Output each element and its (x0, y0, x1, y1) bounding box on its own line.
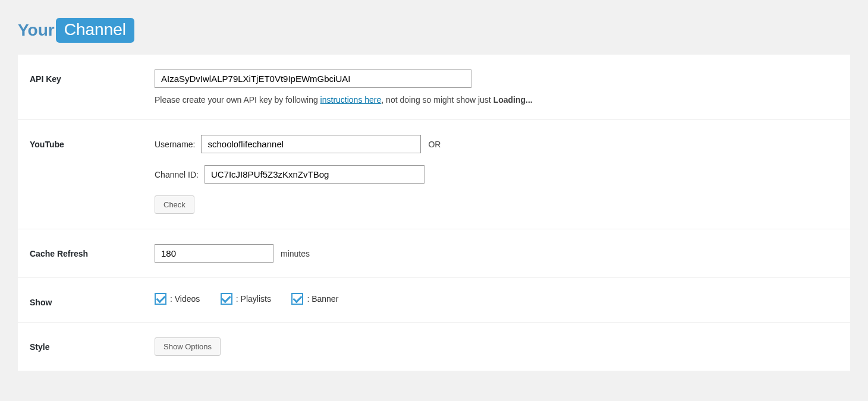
style-label: Style (30, 337, 155, 356)
banner-checkbox[interactable] (291, 293, 303, 305)
show-row: Show : Videos : Playlists : Banner (18, 278, 850, 323)
banner-label: : Banner (307, 294, 338, 304)
youtube-row: YouTube Username: OR Channel ID: Check (18, 120, 850, 229)
api-key-label: API Key (30, 70, 155, 105)
api-key-input[interactable] (155, 70, 471, 88)
cache-refresh-label: Cache Refresh (30, 244, 155, 263)
cache-refresh-row: Cache Refresh minutes (18, 229, 850, 278)
cache-refresh-input[interactable] (155, 244, 273, 263)
playlists-label: : Playlists (236, 294, 271, 304)
or-text: OR (428, 140, 441, 149)
style-row: Style Show Options (18, 323, 850, 371)
logo: Your Channel (0, 0, 868, 55)
cache-unit: minutes (281, 249, 310, 258)
username-label: Username: (155, 140, 195, 149)
videos-checkbox[interactable] (155, 293, 166, 305)
show-options-button[interactable]: Show Options (155, 337, 221, 356)
check-button[interactable]: Check (155, 195, 194, 214)
videos-label: : Videos (170, 294, 200, 304)
logo-channel: Channel (56, 18, 134, 43)
instructions-link[interactable]: instructions here (320, 95, 382, 105)
api-key-help: Please create your own API key by follow… (155, 95, 838, 105)
api-key-row: API Key Please create your own API key b… (18, 55, 850, 120)
channel-id-label: Channel ID: (155, 170, 199, 179)
settings-panel: API Key Please create your own API key b… (18, 55, 850, 371)
channel-id-input[interactable] (205, 165, 424, 184)
logo-your: Your (18, 21, 55, 40)
show-label: Show (30, 293, 155, 307)
playlists-checkbox[interactable] (221, 293, 232, 305)
username-input[interactable] (201, 135, 421, 153)
youtube-label: YouTube (30, 135, 155, 214)
